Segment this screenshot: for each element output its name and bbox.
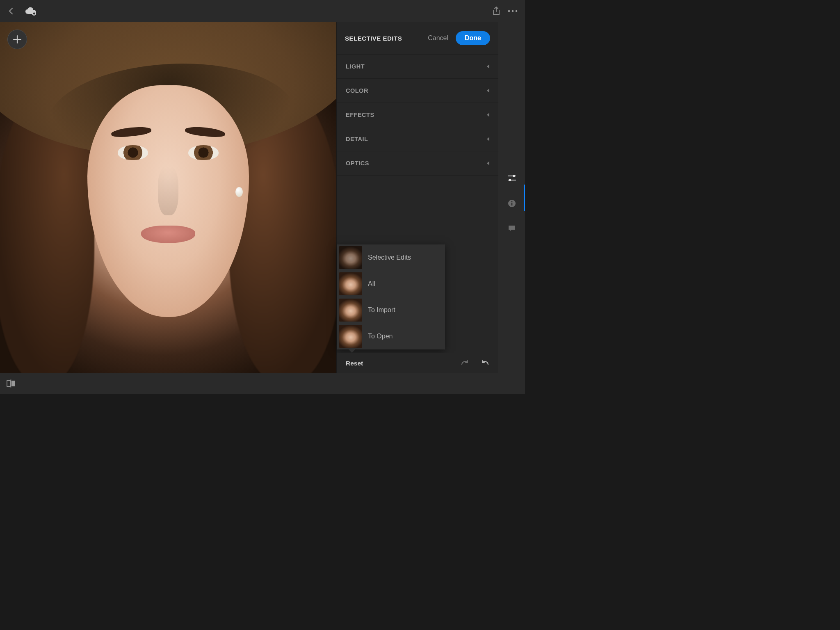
sliders-icon [507,174,516,182]
chevron-left-icon [487,64,489,68]
ellipsis-icon [508,10,518,12]
done-button[interactable]: Done [456,31,490,45]
comment-tool[interactable] [508,225,516,232]
bottom-toolbar [0,373,525,394]
plus-icon [13,35,22,44]
compare-button[interactable] [7,379,16,388]
section-label: COLOR [346,87,368,94]
share-button[interactable] [492,7,500,16]
info-tool[interactable] [508,199,516,208]
section-effects[interactable]: EFFECTS [337,103,498,127]
info-icon [508,199,516,208]
preview-thumbnail [339,246,362,269]
svg-point-1 [508,10,510,12]
add-selection-button[interactable] [7,30,27,49]
svg-point-2 [512,10,514,12]
preview-thumbnail [339,299,362,322]
svg-point-7 [511,201,512,202]
panel-footer: Reset [337,353,498,373]
svg-rect-4 [513,175,515,177]
active-tool-indicator [524,185,525,211]
chevron-left-icon [487,161,489,165]
section-label: LIGHT [346,63,365,70]
right-tool-rail [498,22,525,373]
top-toolbar [0,0,525,22]
reset-popup: Selective Edits All To Import To Open [337,244,445,349]
chevron-left-icon [487,89,489,93]
image-canvas[interactable] [0,22,336,373]
comment-icon [508,225,516,232]
reset-option-label: All [368,280,375,288]
reset-option-label: To Open [368,333,393,340]
edited-photo [0,22,336,373]
reset-option-to-import[interactable]: To Import [337,297,445,323]
reset-option-label: To Import [368,306,395,314]
undo-icon [480,360,489,367]
adjust-tool[interactable] [507,174,516,182]
section-color[interactable]: COLOR [337,79,498,103]
cancel-button[interactable]: Cancel [428,34,448,42]
compare-icon [7,379,16,388]
preview-thumbnail [339,325,362,348]
svg-rect-8 [511,203,512,205]
preview-thumbnail [339,272,362,295]
section-label: EFFECTS [346,112,374,118]
reset-option-to-open[interactable]: To Open [337,323,445,349]
reset-option-label: Selective Edits [368,254,411,261]
undo-button[interactable] [480,360,489,367]
reset-button[interactable]: Reset [346,360,363,367]
more-button[interactable] [508,10,518,12]
chevron-left-icon [487,113,489,117]
svg-rect-10 [11,381,15,386]
svg-point-3 [516,10,518,12]
svg-rect-5 [509,179,511,181]
section-detail[interactable]: DETAIL [337,127,498,151]
cloud-add-button[interactable] [25,7,37,16]
reset-option-all[interactable]: All [337,271,445,297]
section-label: DETAIL [346,136,368,142]
cloud-plus-icon [25,7,37,16]
section-label: OPTICS [346,160,369,167]
chevron-left-icon [7,7,15,15]
back-button[interactable] [7,7,15,15]
share-icon [492,7,500,16]
redo-button[interactable] [461,360,470,367]
edit-panel: SELECTIVE EDITS Cancel Done LIGHT COLOR … [336,22,498,373]
panel-title: SELECTIVE EDITS [345,35,420,42]
section-light[interactable]: LIGHT [337,54,498,79]
section-optics[interactable]: OPTICS [337,151,498,176]
redo-icon [461,360,470,367]
chevron-left-icon [487,137,489,141]
svg-rect-9 [7,381,10,386]
reset-option-selective-edits[interactable]: Selective Edits [337,244,445,271]
